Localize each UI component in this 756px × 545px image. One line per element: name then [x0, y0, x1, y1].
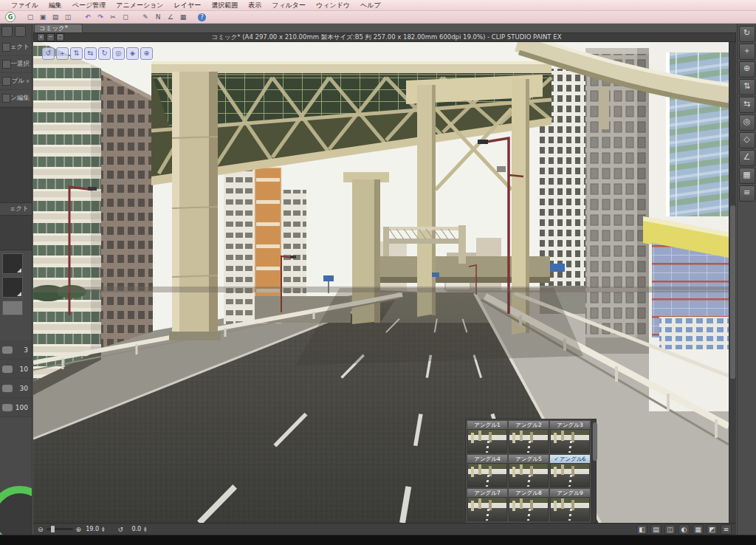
snap-grid-button[interactable]: ▦: [178, 13, 188, 22]
angle-preset-1[interactable]: アングル1: [467, 421, 507, 453]
object-move-button[interactable]: ⇆: [739, 97, 755, 113]
options-button[interactable]: ≡: [739, 185, 755, 202]
angle-preset-7[interactable]: アングル7: [467, 489, 507, 521]
app-logo-icon: G: [5, 12, 16, 22]
main-color-swatch[interactable]: [2, 253, 23, 274]
3d-canvas[interactable]: ↺ ＋ ⇅ ⇆ ↻ ◎ ◈ ⊕ アングル1 アングル2 アングル3: [33, 42, 729, 523]
erase-button[interactable]: ◻: [120, 13, 131, 22]
rotation-value[interactable]: 0.0: [126, 526, 141, 532]
snap-n-button[interactable]: N: [153, 13, 163, 22]
tool-item-object[interactable]: ェクト: [0, 39, 32, 56]
object-scale-button[interactable]: ◇: [739, 132, 755, 148]
perspective-button[interactable]: ◧: [636, 524, 647, 535]
zoom-in-icon[interactable]: ⊕: [76, 526, 82, 533]
angle-preset-3[interactable]: アングル3: [550, 421, 590, 453]
menu-filter[interactable]: フィルター: [267, 1, 311, 10]
spinner-down-icon[interactable]: ▼: [102, 529, 104, 532]
menu-file[interactable]: ファイル: [6, 1, 44, 10]
panel-icon-button[interactable]: [15, 26, 26, 37]
color-wheel[interactable]: [0, 486, 32, 535]
tool-label: ン編集: [10, 94, 30, 103]
snap-angle-button[interactable]: ∠: [165, 13, 176, 22]
camera-dolly-icon[interactable]: ⇅: [70, 47, 83, 60]
object-plane-icon[interactable]: ◈: [126, 47, 139, 60]
camera-truck-icon[interactable]: ⇆: [84, 47, 97, 60]
menu-page-management[interactable]: ページ管理: [67, 1, 111, 10]
angle-panel-scrollbar[interactable]: [591, 419, 596, 523]
brush-size-item[interactable]: 3: [0, 340, 32, 360]
sub-color-swatch[interactable]: [2, 277, 23, 298]
brush-size-item[interactable]: 30: [0, 379, 32, 398]
clip-studio-window: ファイル 編集 ページ管理 アニメーション レイヤー 選択範囲 表示 フィルター…: [0, 0, 756, 545]
object-rotate-icon[interactable]: ↻: [98, 47, 111, 60]
zoom-value[interactable]: 19.0: [84, 526, 99, 532]
angle-preset-9[interactable]: アングル9: [550, 489, 590, 521]
angle-thumbnail: [467, 429, 507, 453]
menu-animation[interactable]: アニメーション: [111, 1, 168, 10]
angle-preset-4[interactable]: アングル4: [467, 455, 507, 487]
brush-size-item[interactable]: 10: [0, 360, 32, 379]
menu-view[interactable]: 表示: [243, 1, 267, 10]
scrollbar-thumb[interactable]: [730, 205, 735, 378]
close-button[interactable]: ×: [37, 33, 45, 41]
camera-button[interactable]: ◫: [664, 524, 676, 535]
light-button[interactable]: ◐: [678, 524, 690, 535]
panel-icon-button[interactable]: [1, 26, 13, 37]
scrollbar-thumb[interactable]: [593, 422, 597, 461]
tool-label: 一選択: [11, 60, 30, 69]
right-tool-column: ↻ ＋ ⊕ ⇅ ⇆ ◎ ◇ ∠ ▦ ≡: [737, 24, 756, 535]
panel-menu-button[interactable]: ≡: [721, 524, 732, 535]
rotation-spinner[interactable]: ▲ ▼: [144, 527, 146, 532]
minimize-button[interactable]: −: [47, 33, 55, 41]
canvas-vertical-scrollbar[interactable]: [729, 42, 736, 523]
pose-button[interactable]: ◩: [707, 524, 718, 535]
camera-dolly-button[interactable]: ⇅: [739, 79, 755, 95]
angle-preset-8[interactable]: アングル8: [509, 489, 549, 521]
new-canvas-button[interactable]: ▢: [25, 13, 35, 22]
redo-button[interactable]: ↷: [95, 13, 106, 22]
cut-button[interactable]: ✂: [108, 13, 118, 22]
menu-help[interactable]: ヘルプ: [355, 1, 386, 10]
panel-spacer: [0, 315, 32, 340]
zoom-spinner[interactable]: ▲ ▼: [102, 527, 104, 532]
zoom-out-icon[interactable]: ⊖: [38, 526, 44, 533]
object-list-button[interactable]: ▤: [650, 524, 662, 535]
document-tab[interactable]: コミック*: [34, 24, 83, 32]
page-manager-button[interactable]: ◫: [63, 13, 73, 22]
camera-rotate-icon[interactable]: ↺: [42, 47, 55, 60]
undo-button[interactable]: ↶: [83, 13, 93, 22]
camera-rotate-button[interactable]: ↻: [739, 26, 755, 42]
save-file-button[interactable]: ▤: [50, 13, 61, 22]
object-snap-icon[interactable]: ⊕: [140, 47, 153, 60]
camera-pan-button[interactable]: ＋: [739, 44, 755, 60]
rotate-reset-icon[interactable]: ↺: [118, 526, 124, 533]
angle-preset-6-selected[interactable]: ✓アングル6: [550, 455, 590, 487]
tool-item-select[interactable]: 一選択: [0, 56, 32, 73]
angle-preset-2[interactable]: アングル2: [509, 421, 549, 453]
angle-label: アングル7: [474, 490, 500, 496]
brush-size-item[interactable]: 100: [0, 398, 32, 417]
snap-pencil-button[interactable]: ✎: [140, 13, 151, 22]
panel-caption: ェクト: [0, 203, 32, 215]
zoom-slider[interactable]: [47, 528, 73, 530]
maximize-button[interactable]: □: [56, 33, 64, 41]
menu-layer[interactable]: レイヤー: [169, 1, 207, 10]
help-button[interactable]: ?: [198, 13, 206, 21]
open-file-button[interactable]: ▣: [38, 13, 48, 22]
transparent-color-chip[interactable]: [2, 301, 23, 315]
menu-selection[interactable]: 選択範囲: [206, 1, 243, 10]
spinner-down-icon[interactable]: ▼: [144, 529, 146, 532]
object-move-icon[interactable]: ◎: [112, 47, 125, 60]
object-roll-button[interactable]: ∠: [739, 150, 755, 166]
slider-knob[interactable]: [51, 526, 55, 532]
angle-preset-5[interactable]: アングル5: [509, 455, 549, 487]
tool-item-subtool[interactable]: ブル ∨: [0, 73, 32, 90]
menu-window[interactable]: ウィンドウ: [311, 1, 355, 10]
material-button[interactable]: ▦: [693, 524, 704, 535]
camera-zoom-button[interactable]: ⊕: [739, 61, 755, 78]
object-rotate-button[interactable]: ◎: [739, 114, 755, 131]
tool-item-line-edit[interactable]: ン編集: [0, 90, 32, 107]
menu-edit[interactable]: 編集: [44, 1, 67, 10]
camera-pan-icon[interactable]: ＋: [56, 47, 69, 60]
view-reset-button[interactable]: ▦: [739, 168, 755, 184]
